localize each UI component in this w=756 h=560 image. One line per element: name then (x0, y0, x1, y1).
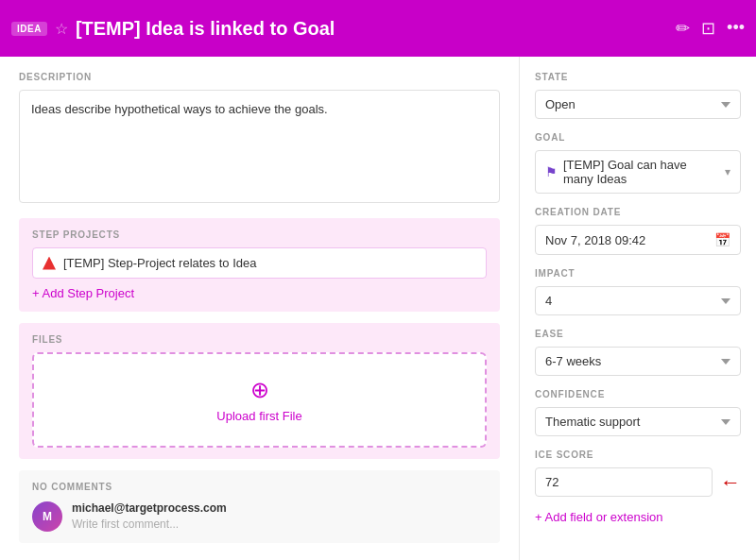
comment-user-email: michael@targetprocess.com (72, 501, 227, 515)
goal-field: GOAL ⚑ [TEMP] Goal can have many Ideas ▾ (535, 132, 741, 194)
left-panel: DESCRIPTION Ideas describe hypothetical … (0, 57, 520, 560)
goal-value: [TEMP] Goal can have many Ideas (563, 158, 719, 186)
step-projects-label: STEP PROJECTS (32, 229, 487, 240)
description-text[interactable]: Ideas describe hypothetical ways to achi… (19, 90, 500, 203)
confidence-field: CONFIDENCE Thematic support (535, 389, 741, 436)
goal-select[interactable]: ⚑ [TEMP] Goal can have many Ideas ▾ (535, 150, 741, 194)
confidence-label: CONFIDENCE (535, 389, 741, 399)
more-icon[interactable]: ••• (727, 18, 745, 39)
upload-area[interactable]: ⊕ Upload first File (32, 352, 487, 448)
ice-score-value: 72 (535, 467, 713, 497)
avatar: M (32, 501, 62, 532)
star-icon[interactable]: ☆ (55, 20, 68, 38)
idea-tag: IDEA (11, 22, 47, 36)
description-label: DESCRIPTION (19, 72, 500, 82)
files-section: FILES ⊕ Upload first File (19, 323, 500, 459)
goal-label: GOAL (535, 132, 741, 143)
split-icon[interactable]: ⊡ (701, 18, 715, 39)
right-panel: STATE Open GOAL ⚑ [TEMP] Goal can have m… (520, 57, 756, 560)
comment-placeholder[interactable]: Write first comment... (72, 518, 227, 531)
ice-score-label: ICE SCORE (535, 450, 741, 460)
add-field-button[interactable]: + Add field or extension (535, 510, 741, 524)
state-field: STATE Open (535, 72, 741, 119)
ice-score-row: 72 ← (535, 467, 741, 497)
top-bar-actions: ✏ ⊡ ••• (676, 18, 745, 39)
description-section: DESCRIPTION Ideas describe hypothetical … (19, 72, 500, 203)
comment-input-area: michael@targetprocess.com Write first co… (72, 501, 227, 531)
confidence-select[interactable]: Thematic support (535, 407, 741, 436)
step-project-name: [TEMP] Step-Project relates to Idea (63, 256, 256, 270)
calendar-icon: 📅 (714, 232, 730, 247)
ease-field: EASE 6-7 weeks (535, 329, 741, 376)
ice-score-field: ICE SCORE 72 ← (535, 450, 741, 497)
files-label: FILES (32, 334, 487, 345)
add-step-project-button[interactable]: + Add Step Project (32, 286, 487, 300)
top-bar-left: IDEA ☆ [TEMP] Idea is linked to Goal (11, 18, 335, 40)
goal-flag-icon: ⚑ (545, 164, 558, 179)
red-arrow-icon: ← (720, 470, 741, 495)
creation-date-label: CREATION DATE (535, 207, 741, 217)
impact-label: IMPACT (535, 268, 741, 279)
edit-icon[interactable]: ✏ (676, 18, 690, 39)
state-select[interactable]: Open (535, 90, 741, 119)
goal-chevron-icon: ▾ (725, 165, 730, 178)
top-bar: IDEA ☆ [TEMP] Idea is linked to Goal ✏ ⊡… (0, 0, 756, 57)
main-content: DESCRIPTION Ideas describe hypothetical … (0, 57, 756, 560)
upload-label: Upload first File (53, 409, 466, 423)
creation-date-value[interactable]: Nov 7, 2018 09:42 📅 (535, 225, 741, 255)
comments-label: NO COMMENTS (32, 482, 487, 492)
step-projects-section: STEP PROJECTS [TEMP] Step-Project relate… (19, 218, 500, 312)
impact-select[interactable]: 4 (535, 286, 741, 315)
page-title: [TEMP] Idea is linked to Goal (76, 18, 335, 40)
step-project-item[interactable]: [TEMP] Step-Project relates to Idea (32, 247, 487, 279)
state-label: STATE (535, 72, 741, 82)
ease-label: EASE (535, 329, 741, 339)
step-project-icon (43, 257, 56, 270)
comment-input-row: M michael@targetprocess.com Write first … (32, 501, 487, 532)
impact-field: IMPACT 4 (535, 268, 741, 315)
upload-icon: ⊕ (53, 377, 466, 403)
creation-date-field: CREATION DATE Nov 7, 2018 09:42 📅 (535, 207, 741, 255)
comments-section: NO COMMENTS M michael@targetprocess.com … (19, 470, 500, 543)
ease-select[interactable]: 6-7 weeks (535, 347, 741, 376)
